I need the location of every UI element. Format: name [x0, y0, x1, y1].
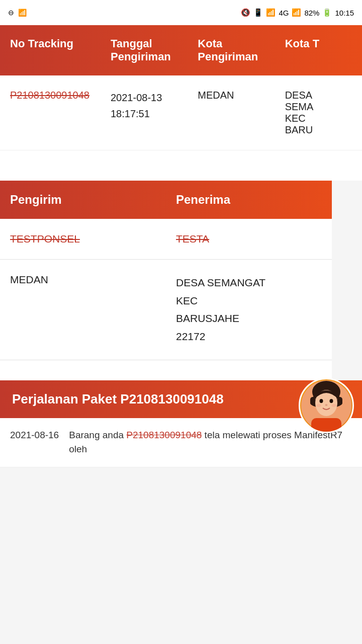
svg-rect-9 — [311, 418, 341, 433]
svg-point-8 — [331, 404, 336, 407]
kota-pengiriman-cell: MEDAN — [188, 86, 275, 140]
col-no-tracking-header: No Tracking — [0, 33, 101, 67]
battery-icon: 🔋 — [322, 8, 332, 17]
wifi-icon: 📶 — [18, 9, 27, 17]
penerima-name-value: TESTA — [176, 233, 209, 245]
penerima-address-cell: DESA SEMANGATKECBARUSJAHE22172 — [166, 270, 332, 350]
event-description: Barang anda P2108130091048 tela melewati… — [69, 428, 352, 457]
table-header: No Tracking Tanggal Pengiriman Kota Peng… — [0, 25, 362, 75]
date-cell: 2021-08-1318:17:51 — [101, 86, 188, 140]
col-kota-pengiriman-header: Kota Pengiriman — [188, 33, 275, 67]
svg-point-5 — [330, 399, 333, 403]
penerima-name-cell: TESTA — [166, 229, 332, 249]
network-4g: 4G — [279, 9, 289, 17]
sim-icon: 📱 — [253, 8, 263, 17]
signal2-icon: 📶 — [292, 8, 301, 17]
do-not-disturb-icon: ⊖ — [8, 9, 14, 17]
col-kota-tujuan-header: Kota T — [275, 33, 362, 67]
event-date: 2021-08-16 — [10, 428, 59, 457]
mute-icon: 🔇 — [241, 8, 250, 17]
pengirim-name-cell: TESTPONSEL — [0, 229, 166, 249]
spacer1 — [0, 150, 362, 181]
svg-rect-10 — [310, 397, 315, 405]
svg-point-7 — [316, 404, 321, 407]
event-tracking-ref: P2108130091048 — [126, 430, 202, 440]
sender-receiver-section: Pengirim Penerima TESTPONSEL TESTA MEDAN… — [0, 181, 362, 380]
signal-icon: 📶 — [266, 8, 276, 17]
status-left-icons: ⊖ 📶 — [8, 9, 27, 17]
svg-point-4 — [320, 399, 323, 403]
pengirim-name-value: TESTPONSEL — [10, 233, 80, 245]
date-value: 2021-08-1318:17:51 — [111, 92, 162, 119]
pengirim-header: Pengirim — [0, 189, 166, 211]
sender-receiver-header: Pengirim Penerima — [0, 181, 332, 219]
penerima-header: Penerima — [166, 189, 332, 211]
tracking-number-value: P2108130091048 — [10, 90, 89, 101]
tracking-number-cell: P2108130091048 — [0, 86, 101, 140]
perjalanan-section: Perjalanan Paket P2108130091048 — [0, 380, 362, 418]
avatar — [299, 378, 354, 433]
name-row: TESTPONSEL TESTA — [0, 219, 332, 260]
table-row: P2108130091048 2021-08-1318:17:51 MEDAN … — [0, 75, 362, 150]
tracking-table-section: No Tracking Tanggal Pengiriman Kota Peng… — [0, 25, 362, 150]
bottom-spacer — [0, 360, 332, 380]
svg-point-6 — [325, 404, 328, 406]
address-row: MEDAN DESA SEMANGATKECBARUSJAHE22172 — [0, 260, 332, 360]
status-bar: ⊖ 📶 🔇 📱 📶 4G 📶 82% 🔋 10:15 — [0, 0, 362, 25]
sender-receiver-detail: TESTPONSEL TESTA MEDAN DESA SEMANGATKECB… — [0, 219, 332, 360]
svg-rect-11 — [337, 397, 342, 405]
clock: 10:15 — [335, 9, 354, 17]
battery-percent: 82% — [304, 9, 319, 17]
kota-tujuan-cell: DESASEMAKECBARU — [275, 86, 362, 140]
pengirim-address-cell: MEDAN — [0, 270, 166, 350]
status-right-icons: 🔇 📱 📶 4G 📶 82% 🔋 10:15 — [241, 8, 354, 17]
col-tanggal-header: Tanggal Pengiriman — [101, 33, 188, 67]
